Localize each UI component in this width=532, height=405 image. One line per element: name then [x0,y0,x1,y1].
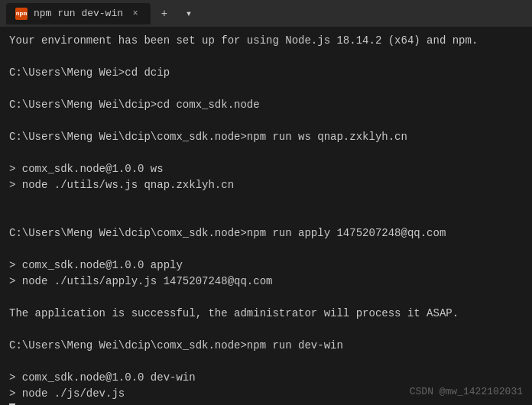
terminal-line [9,354,523,370]
terminal-line: Your environment has been set up for usi… [9,33,523,49]
terminal-line: C:\Users\Meng Wei\dcip>cd comx_sdk.node [9,97,523,113]
terminal-line [9,81,523,97]
terminal-line: The application is successful, the admin… [9,306,523,322]
terminal-line [9,322,523,338]
terminal-line: C:\Users\Meng Wei\dcip\comx_sdk.node>npm… [9,225,523,241]
terminal-line: C:\Users\Meng Wei>cd dcip [9,65,523,81]
new-tab-button[interactable]: + [154,3,175,24]
watermark: CSDN @mw_1422102031 [410,384,523,400]
terminal-line [9,193,523,209]
terminal-line [9,241,523,258]
tab-label: npm run dev-win [34,8,123,19]
cursor-line [9,402,523,405]
npm-icon: npm [15,8,28,20]
terminal-line [9,49,523,65]
terminal-line [9,145,523,161]
terminal-line: > comx_sdk.node@1.0.0 ws [9,161,523,177]
terminal-line [9,113,523,129]
terminal-line: > comx_sdk.node@1.0.0 apply [9,258,523,274]
terminal-content[interactable]: Your environment has been set up for usi… [0,27,532,405]
terminal-line: > node ./utils/ws.js qnap.zxklyh.cn [9,177,523,193]
terminal-line: C:\Users\Meng Wei\dcip\comx_sdk.node>npm… [9,129,523,145]
terminal-line: > node ./utils/apply.js 1475207248@qq.co… [9,274,523,290]
terminal-window: npm npm run dev-win × + ▾ Your environme… [0,0,532,405]
dropdown-button[interactable]: ▾ [178,3,200,24]
terminal-line [9,290,523,306]
tab-close-button[interactable]: × [129,8,141,20]
terminal-line [9,209,523,225]
terminal-line: C:\Users\Meng Wei\dcip\comx_sdk.node>npm… [9,338,523,354]
title-bar: npm npm run dev-win × + ▾ [0,0,532,27]
terminal-tab[interactable]: npm npm run dev-win × [6,3,151,24]
